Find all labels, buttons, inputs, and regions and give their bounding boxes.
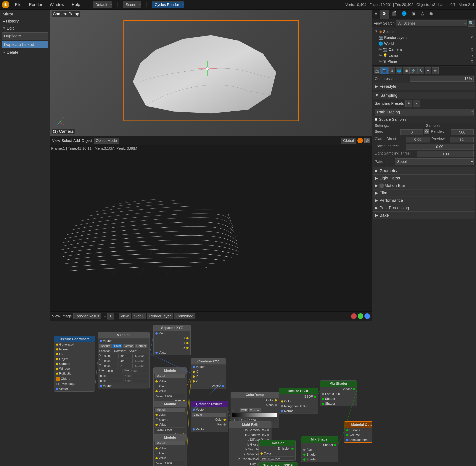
cam-restrict[interactable]: ⚙ — [470, 47, 474, 52]
render-layers-row[interactable]: 📷 RenderLayers 👁 — [377, 35, 475, 41]
mix-shader2-node[interactable]: Mix Shader Shader Fac Shader Shader — [301, 436, 338, 462]
render-layer-btn[interactable]: RenderLayer — [147, 313, 173, 319]
post-processing-header[interactable]: ▶ Post Processing — [373, 204, 475, 212]
scene-settings-tab[interactable]: ⚙ — [388, 67, 395, 74]
rot-z[interactable]: 0° — [118, 364, 133, 368]
search-icon[interactable]: 🔍 — [468, 20, 475, 27]
render-settings-tab[interactable]: 🎬 — [381, 67, 388, 74]
img-view-btn[interactable]: View — [52, 314, 60, 318]
diffuse-bsdf-node[interactable]: Diffuse BSDF BSDF Color Roughnes: 0.000 … — [279, 388, 318, 414]
render-viewport-btn[interactable] — [364, 313, 370, 319]
square-samples-checkbox[interactable] — [375, 118, 377, 121]
tab-material[interactable]: ◉ — [427, 10, 435, 19]
scene-selector[interactable]: Scene — [123, 1, 141, 8]
render-btn[interactable] — [351, 313, 357, 319]
tab-vector[interactable]: Vector — [123, 344, 134, 348]
camera-vis[interactable]: 👁 — [378, 47, 382, 52]
compression-value[interactable]: 15% — [410, 76, 474, 82]
preview-value[interactable]: 32 — [450, 137, 474, 142]
mod1-val-field[interactable]: Value: 1.000 — [155, 394, 185, 398]
clamp-direct-value[interactable]: 0.00 — [406, 137, 430, 142]
slot-btn[interactable]: Slot 1 — [132, 313, 146, 319]
toolbar-object[interactable]: Object — [81, 139, 92, 143]
layout-selector[interactable]: Default — [93, 1, 112, 8]
mapping-node[interactable]: Mapping Vector Texture Point Vector Norm… — [98, 332, 150, 388]
modulo2-node[interactable]: Modulo Modulo Value ☐ Clamp Value Value:… — [153, 401, 187, 437]
light-paths-header[interactable]: ▶ Light Paths — [373, 175, 475, 182]
min-y[interactable]: 0.000 — [99, 374, 123, 378]
separate-xyz-node[interactable]: Separate XYZ Vector X Y Z Vector — [153, 325, 191, 355]
max-z[interactable]: 1.000 — [124, 379, 148, 383]
bake-header[interactable]: ▶ Bake — [373, 212, 475, 219]
physics-tab[interactable]: ⊕ — [432, 67, 439, 74]
toolbar-select[interactable]: Select — [61, 139, 72, 143]
toolbar-add[interactable]: Add — [73, 139, 80, 143]
plane-vis[interactable]: 👁 — [378, 59, 382, 64]
texture-coord-node[interactable]: Texture Coordinate Generated Normal UV O… — [54, 336, 95, 392]
lamp-dot[interactable]: ● — [471, 53, 474, 58]
img-image-btn[interactable]: Image — [61, 314, 72, 318]
add-img-btn[interactable]: + — [107, 313, 114, 319]
modulo2-type[interactable]: Modulo — [155, 408, 185, 412]
max-y[interactable]: 1.000 — [124, 374, 148, 378]
add-preset-btn[interactable]: + — [405, 100, 412, 107]
sampling-header[interactable]: ▼ Sampling — [373, 92, 475, 99]
geometry-header[interactable]: ▶ Geometry — [373, 167, 475, 175]
pattern-select[interactable]: Sobol — [395, 158, 474, 165]
menu-window[interactable]: Window — [48, 1, 66, 8]
camera-row[interactable]: 👁 📷 Camera ⚙ — [377, 47, 475, 52]
modulo1-type[interactable]: Modulo — [155, 374, 185, 378]
em-strength[interactable]: Strengt:20.000 — [260, 456, 294, 461]
menu-help[interactable]: Help — [70, 1, 82, 8]
all-scenes-select[interactable]: All Scenes — [396, 20, 467, 26]
min-z[interactable]: 0.000 — [99, 379, 123, 383]
loc-y[interactable]: 0.000 — [103, 359, 117, 363]
cr-gradient-bar[interactable] — [232, 413, 277, 417]
snap-icon[interactable]: ⊕ — [364, 138, 370, 143]
tab-texture[interactable]: Texture — [99, 344, 112, 348]
tab-scene[interactable]: 🎬 — [389, 10, 399, 19]
freestyle-header[interactable]: ▶ Freestyle — [373, 83, 475, 90]
tab-normal[interactable]: Normal — [135, 344, 147, 348]
rot-x[interactable]: 90° — [118, 354, 133, 358]
plane-restrict[interactable]: ⚙ — [470, 59, 474, 64]
pivot-icon[interactable] — [357, 138, 363, 143]
rot-y[interactable]: 90° — [118, 359, 133, 363]
mix-shader1-node[interactable]: Mix Shader Shader Fac: 0.500 Shader Shad… — [320, 381, 357, 406]
scene-row[interactable]: 👁 ◆ Scene — [373, 29, 475, 35]
sidebar-section-history[interactable]: ▶ History — [0, 18, 50, 25]
remove-preset-btn[interactable]: - — [414, 100, 420, 107]
loc-z[interactable]: 0.000 — [103, 364, 117, 368]
min-x[interactable]: 0.000 — [105, 369, 123, 373]
motion-blur-header[interactable]: ▶ Motion Blur — [373, 182, 475, 189]
modulo3-node[interactable]: Modulo Modulo Value ☐ Clamp Value Value:… — [153, 434, 187, 466]
viewport-bg-top[interactable]: X Y Z — [50, 10, 372, 136]
path-tracing-select[interactable]: Path Tracing — [375, 109, 474, 116]
cr-rgb[interactable]: RGB — [240, 408, 248, 412]
tab-properties[interactable]: ⚙ — [380, 10, 389, 19]
gradient-texture-node[interactable]: Gradient Texture Vector Linear Color Fac… — [191, 401, 228, 432]
light-sampling-value[interactable]: 0.00 — [417, 151, 474, 157]
sidebar-section-delete[interactable]: ▼ Delete — [0, 49, 50, 56]
emission-node[interactable]: Emission Emission Color Strengt:20.000 — [258, 440, 296, 461]
search-label[interactable]: Search — [383, 21, 395, 25]
node-editor[interactable]: Texture Coordinate Generated Normal UV O… — [50, 321, 372, 466]
lamp-row[interactable]: 👁 💡 Lamp ● — [377, 52, 475, 58]
cr-constan[interactable]: Constan — [249, 408, 261, 412]
particles-tab[interactable]: ✦ — [425, 67, 431, 74]
scene-eye[interactable]: 👁 — [375, 30, 378, 34]
menu-render[interactable]: Render — [27, 1, 44, 8]
tab-world[interactable]: 🌐 — [399, 10, 409, 19]
scale-y[interactable]: 50.000 — [134, 359, 148, 363]
seed-random-btn[interactable]: ⟳ — [425, 129, 429, 134]
mode-dropdown[interactable]: Object Mode — [94, 138, 119, 144]
sidebar-section-edit[interactable]: ▼ Edit — [0, 25, 50, 32]
toolbar-view[interactable]: View — [52, 139, 60, 143]
render-value[interactable]: 500 — [451, 129, 474, 135]
render-anim-btn[interactable] — [358, 313, 363, 319]
rl-eye[interactable]: 👁 — [470, 35, 474, 40]
tab-object[interactable]: ▣ — [409, 10, 418, 19]
tab-outliner[interactable]: ≡ — [372, 10, 380, 19]
scale-z[interactable]: 50.000 — [134, 364, 148, 368]
mod3-val-field[interactable]: Value: 1.000 — [155, 461, 185, 465]
